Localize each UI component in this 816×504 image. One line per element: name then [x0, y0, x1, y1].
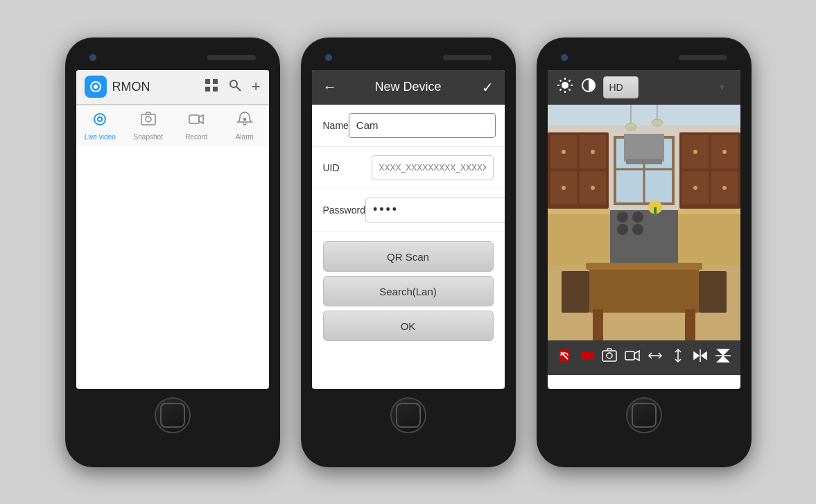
svg-point-54	[722, 186, 727, 190]
video-control-icon[interactable]	[625, 348, 640, 367]
svg-rect-78	[581, 351, 590, 360]
svg-rect-69	[699, 271, 727, 313]
quality-select-wrapper: HD SD 720P ▼	[603, 76, 732, 98]
tab-alarm-label: Alarm	[236, 133, 254, 141]
quality-select[interactable]: HD SD 720P	[603, 76, 639, 98]
svg-rect-62	[678, 210, 740, 266]
svg-point-43	[591, 150, 595, 154]
svg-point-53	[693, 186, 697, 190]
dropdown-arrow-icon: ▼	[718, 82, 727, 92]
phone-3: HD SD 720P ▼	[537, 37, 752, 467]
phone-3-camera	[561, 54, 568, 61]
svg-rect-55	[548, 210, 610, 266]
tab-live-video-label: Live video	[85, 133, 116, 141]
svg-rect-64	[589, 264, 699, 313]
move-h-icon[interactable]	[648, 348, 663, 367]
home-button-inner-3	[632, 403, 657, 428]
svg-rect-67	[685, 309, 695, 340]
svg-point-12	[146, 116, 151, 122]
svg-point-14	[243, 118, 245, 120]
svg-marker-88	[702, 352, 706, 359]
snapshot-control-icon[interactable]	[602, 348, 617, 367]
svg-rect-82	[625, 351, 634, 360]
phone-3-bottom	[626, 397, 662, 433]
back-button[interactable]: ←	[323, 79, 337, 95]
uid-row: UID	[312, 147, 505, 189]
svg-point-61	[632, 224, 643, 235]
mute-icon[interactable]	[557, 348, 572, 367]
phone-1-top	[76, 48, 270, 67]
brightness-icon[interactable]	[556, 76, 574, 98]
svg-rect-36	[626, 159, 662, 164]
svg-point-42	[562, 150, 566, 154]
svg-marker-87	[694, 352, 699, 359]
phone-2-top	[311, 48, 505, 67]
password-input[interactable]	[365, 198, 505, 223]
svg-rect-5	[213, 87, 218, 92]
move-v-icon[interactable]	[670, 348, 686, 367]
name-row: Name	[312, 105, 505, 147]
phone-1-home-button[interactable]	[155, 397, 191, 433]
alarm-icon	[236, 111, 253, 132]
tab-alarm[interactable]: Alarm	[220, 111, 269, 141]
tab-record-label: Record	[185, 133, 207, 141]
svg-rect-56	[548, 209, 610, 214]
flip-v-icon[interactable]	[715, 348, 731, 367]
svg-point-51	[693, 150, 697, 154]
password-row: Password	[312, 189, 505, 232]
snapshot-icon	[140, 111, 157, 132]
add-icon[interactable]: +	[252, 78, 261, 96]
phone-2-screen: ← New Device ✓ Name UID Password	[312, 70, 505, 389]
svg-rect-35	[624, 134, 664, 162]
svg-point-10	[98, 118, 101, 121]
name-input[interactable]	[349, 113, 496, 138]
tab-snapshot[interactable]: Snapshot	[124, 111, 173, 141]
home-button-inner-2	[396, 403, 421, 428]
phone-2-camera	[325, 54, 332, 61]
phone-1: RMON +	[65, 37, 280, 467]
svg-point-15	[562, 82, 568, 89]
phone-2-home-button[interactable]	[390, 397, 426, 433]
phone-2-speaker	[443, 55, 492, 60]
svg-point-60	[617, 224, 628, 235]
search-icon[interactable]	[228, 78, 242, 96]
phones-container: RMON +	[65, 37, 752, 467]
svg-line-22	[568, 80, 570, 81]
svg-line-21	[568, 89, 570, 90]
ok-button[interactable]: OK	[323, 311, 494, 341]
phone-2: ← New Device ✓ Name UID Password	[301, 37, 516, 467]
svg-point-59	[632, 211, 643, 223]
tab-snapshot-label: Snapshot	[134, 133, 163, 141]
confirm-button[interactable]: ✓	[482, 79, 494, 96]
phone-1-camera	[89, 54, 96, 61]
svg-point-6	[230, 80, 237, 87]
phone-3-controls	[548, 340, 740, 375]
tab-record[interactable]: Record	[173, 111, 221, 141]
uid-input[interactable]	[372, 155, 494, 180]
phone-3-header: HD SD 720P ▼	[548, 70, 740, 105]
flip-h-icon[interactable]	[693, 348, 708, 367]
svg-point-58	[617, 211, 628, 223]
record-control-icon[interactable]	[580, 348, 595, 367]
home-button-inner	[160, 403, 185, 428]
grid-icon[interactable]	[205, 78, 218, 96]
search-lan-button[interactable]: Search(Lan)	[323, 276, 494, 306]
phone-3-home-button[interactable]	[626, 397, 662, 433]
svg-point-52	[722, 150, 727, 154]
contrast-icon[interactable]	[580, 76, 598, 98]
svg-point-1	[94, 85, 98, 89]
app-icon	[85, 76, 107, 98]
svg-line-23	[559, 89, 561, 90]
svg-marker-83	[634, 351, 639, 360]
svg-point-81	[607, 353, 612, 358]
uid-label: UID	[323, 162, 372, 173]
phone-1-tabbar: Live video Snapshot	[76, 105, 269, 146]
tab-live-video[interactable]: Live video	[76, 111, 125, 141]
record-icon	[188, 111, 205, 132]
phone-2-bottom	[390, 397, 426, 433]
qr-scan-button[interactable]: QR Scan	[323, 241, 494, 272]
svg-line-7	[236, 87, 241, 91]
phone-1-bottom	[155, 397, 191, 433]
svg-marker-79	[590, 350, 594, 361]
svg-point-45	[591, 186, 595, 190]
